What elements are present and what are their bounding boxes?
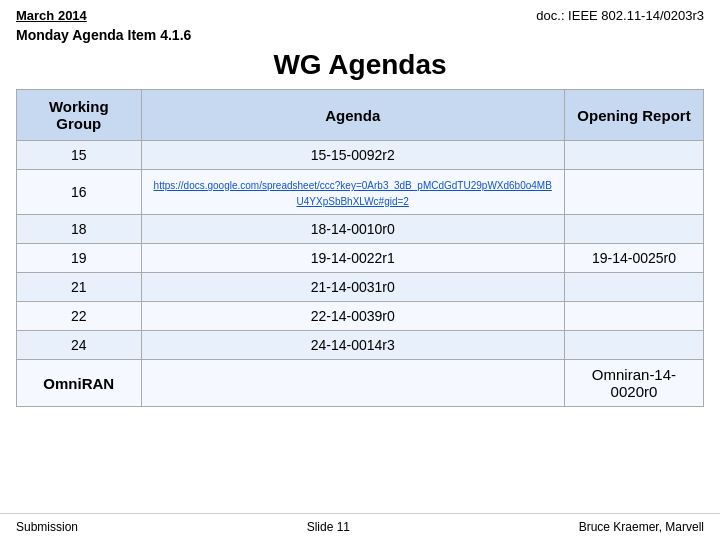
cell-wg: 16 bbox=[17, 170, 142, 215]
cell-report bbox=[564, 273, 703, 302]
cell-agenda: 19-14-0022r1 bbox=[141, 244, 564, 273]
cell-agenda bbox=[141, 360, 564, 407]
cell-report bbox=[564, 331, 703, 360]
cell-wg: 22 bbox=[17, 302, 142, 331]
cell-report bbox=[564, 302, 703, 331]
col-agenda: Agenda bbox=[141, 90, 564, 141]
table-row: 2222-14-0039r0 bbox=[17, 302, 704, 331]
table-row: 2121-14-0031r0 bbox=[17, 273, 704, 302]
table-row: 1515-15-0092r2 bbox=[17, 141, 704, 170]
cell-agenda: 21-14-0031r0 bbox=[141, 273, 564, 302]
table-header-row: Working Group Agenda Opening Report bbox=[17, 90, 704, 141]
table-row: OmniRANOmniran-14-0020r0 bbox=[17, 360, 704, 407]
cell-wg: 24 bbox=[17, 331, 142, 360]
col-opening-report: Opening Report bbox=[564, 90, 703, 141]
page-header: March 2014 doc.: IEEE 802.11-14/0203r3 bbox=[0, 0, 720, 25]
footer-center: Slide 11 bbox=[307, 520, 350, 534]
cell-agenda: 24-14-0014r3 bbox=[141, 331, 564, 360]
footer-left: Submission bbox=[16, 520, 78, 534]
cell-report: Omniran-14-0020r0 bbox=[564, 360, 703, 407]
cell-report bbox=[564, 170, 703, 215]
subtitle: Monday Agenda Item 4.1.6 bbox=[0, 25, 720, 45]
cell-agenda: 18-14-0010r0 bbox=[141, 215, 564, 244]
cell-wg: OmniRAN bbox=[17, 360, 142, 407]
cell-wg: 19 bbox=[17, 244, 142, 273]
footer-right: Bruce Kraemer, Marvell bbox=[579, 520, 704, 534]
cell-agenda[interactable]: https://docs.google.com/spreadsheet/ccc?… bbox=[141, 170, 564, 215]
col-working-group: Working Group bbox=[17, 90, 142, 141]
cell-wg: 18 bbox=[17, 215, 142, 244]
table-row: 2424-14-0014r3 bbox=[17, 331, 704, 360]
cell-report bbox=[564, 141, 703, 170]
cell-agenda: 22-14-0039r0 bbox=[141, 302, 564, 331]
doc-label: doc.: IEEE 802.11-14/0203r3 bbox=[536, 8, 704, 23]
date-label: March 2014 bbox=[16, 8, 87, 23]
table-row: 1818-14-0010r0 bbox=[17, 215, 704, 244]
cell-wg: 21 bbox=[17, 273, 142, 302]
table-row: 16https://docs.google.com/spreadsheet/cc… bbox=[17, 170, 704, 215]
agenda-table: Working Group Agenda Opening Report 1515… bbox=[16, 89, 704, 407]
cell-wg: 15 bbox=[17, 141, 142, 170]
page-footer: Submission Slide 11 Bruce Kraemer, Marve… bbox=[0, 513, 720, 540]
agenda-link[interactable]: https://docs.google.com/spreadsheet/ccc?… bbox=[154, 180, 552, 207]
cell-report: 19-14-0025r0 bbox=[564, 244, 703, 273]
cell-report bbox=[564, 215, 703, 244]
cell-agenda: 15-15-0092r2 bbox=[141, 141, 564, 170]
table-row: 1919-14-0022r119-14-0025r0 bbox=[17, 244, 704, 273]
page-title: WG Agendas bbox=[0, 45, 720, 89]
main-table-container: Working Group Agenda Opening Report 1515… bbox=[0, 89, 720, 407]
